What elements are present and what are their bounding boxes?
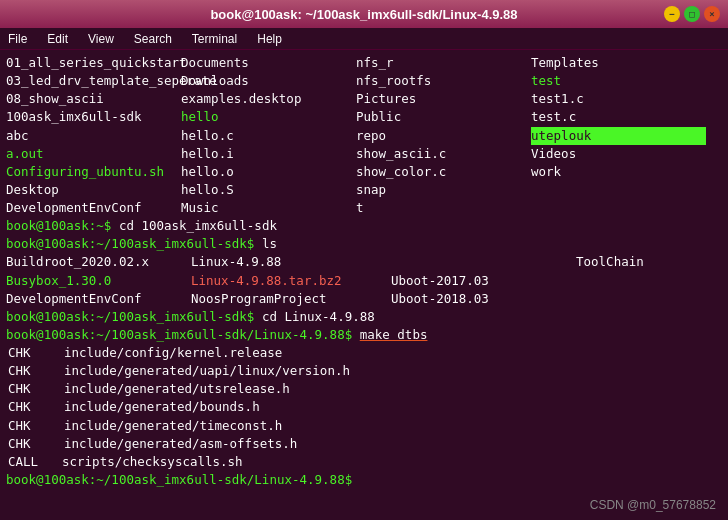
ls2-item: Busybox_1.30.0 bbox=[6, 272, 191, 290]
ls-item: hello bbox=[181, 108, 356, 126]
ls-item: Desktop bbox=[6, 181, 181, 199]
ls-item: Music bbox=[181, 199, 356, 217]
ls-item: Documents bbox=[181, 54, 356, 72]
maximize-button[interactable]: □ bbox=[684, 6, 700, 22]
ls-item: test1.c bbox=[531, 90, 706, 108]
menu-help[interactable]: Help bbox=[253, 30, 286, 48]
ls-item: Pictures bbox=[356, 90, 531, 108]
ls-item: a.out bbox=[6, 145, 181, 163]
ls-item: hello.S bbox=[181, 181, 356, 199]
ls-item: abc bbox=[6, 127, 181, 145]
ls-item: hello.i bbox=[181, 145, 356, 163]
ls2-item: DevelopmentEnvConf bbox=[6, 290, 191, 308]
ls2-item: Uboot-2018.03 bbox=[391, 290, 576, 308]
ls-item: hello.c bbox=[181, 127, 356, 145]
command-line-4: book@100ask:~/100ask_imx6ull-sdk/Linux-4… bbox=[6, 326, 722, 344]
ls-output-grid: 01_all_series_quickstart Documents nfs_r… bbox=[6, 54, 722, 217]
ls-item: 01_all_series_quickstart bbox=[6, 54, 181, 72]
command-line-1: book@100ask:~$ cd 100ask_imx6ull-sdk bbox=[6, 217, 722, 235]
command-text: cd Linux-4.9.88 bbox=[262, 309, 375, 324]
final-prompt-line: book@100ask:~/100ask_imx6ull-sdk/Linux-4… bbox=[6, 471, 722, 489]
command-text: cd 100ask_imx6ull-sdk bbox=[119, 218, 277, 233]
menu-bar: File Edit View Search Terminal Help bbox=[0, 28, 728, 50]
command-text: make dtbs bbox=[360, 327, 428, 342]
ls-item: Templates bbox=[531, 54, 706, 72]
final-prompt: book@100ask:~/100ask_imx6ull-sdk/Linux-4… bbox=[6, 472, 352, 487]
ls2-item: NoosProgramProject bbox=[191, 290, 391, 308]
menu-terminal[interactable]: Terminal bbox=[188, 30, 241, 48]
ls-item: test bbox=[531, 72, 706, 90]
chk-line-3: CHK include/generated/utsrelease.h bbox=[6, 380, 722, 398]
ls-item: Public bbox=[356, 108, 531, 126]
ls-item: show_ascii.c bbox=[356, 145, 531, 163]
terminal-content[interactable]: 01_all_series_quickstart Documents nfs_r… bbox=[0, 50, 728, 520]
chk-line-7: CALL scripts/checksyscalls.sh bbox=[6, 453, 722, 471]
ls-item: test.c bbox=[531, 108, 706, 126]
ls-item: Downloads bbox=[181, 72, 356, 90]
ls-item: hello.o bbox=[181, 163, 356, 181]
menu-search[interactable]: Search bbox=[130, 30, 176, 48]
ls-item bbox=[531, 181, 706, 199]
chk-line-4: CHK include/generated/bounds.h bbox=[6, 398, 722, 416]
ls-item: DevelopmentEnvConf bbox=[6, 199, 181, 217]
ls-item bbox=[531, 199, 706, 217]
ls2-item bbox=[391, 253, 576, 271]
ls-item: Configuring_ubuntu.sh bbox=[6, 163, 181, 181]
ls-item: work bbox=[531, 163, 706, 181]
close-button[interactable]: × bbox=[704, 6, 720, 22]
ls2-item: Linux-4.9.88 bbox=[191, 253, 391, 271]
ls2-item bbox=[576, 290, 728, 308]
ls2-item: Buildroot_2020.02.x bbox=[6, 253, 191, 271]
ls-item: 03_led_drv_template_seperate bbox=[6, 72, 181, 90]
ls-item: nfs_r bbox=[356, 54, 531, 72]
prompt: book@100ask:~/100ask_imx6ull-sdk$ bbox=[6, 309, 262, 324]
title-bar: book@100ask: ~/100ask_imx6ull-sdk/Linux-… bbox=[0, 0, 728, 28]
ls2-item: Uboot-2017.03 bbox=[391, 272, 576, 290]
command-text: ls bbox=[262, 236, 277, 251]
ls-item: examples.desktop bbox=[181, 90, 356, 108]
prompt: book@100ask:~/100ask_imx6ull-sdk/Linux-4… bbox=[6, 327, 360, 342]
menu-view[interactable]: View bbox=[84, 30, 118, 48]
chk-line-2: CHK include/generated/uapi/linux/version… bbox=[6, 362, 722, 380]
ls2-item bbox=[576, 272, 728, 290]
minimize-button[interactable]: − bbox=[664, 6, 680, 22]
command-line-3: book@100ask:~/100ask_imx6ull-sdk$ cd Lin… bbox=[6, 308, 722, 326]
chk-line-6: CHK include/generated/asm-offsets.h bbox=[6, 435, 722, 453]
ls-item: t bbox=[356, 199, 531, 217]
ls2-item: ToolChain bbox=[576, 253, 728, 271]
ls-item: snap bbox=[356, 181, 531, 199]
ls2-item: Linux-4.9.88.tar.bz2 bbox=[191, 272, 391, 290]
ls2-output-grid: Buildroot_2020.02.x Linux-4.9.88 ToolCha… bbox=[6, 253, 722, 307]
ls-item: show_color.c bbox=[356, 163, 531, 181]
window-controls: − □ × bbox=[664, 6, 720, 22]
menu-file[interactable]: File bbox=[4, 30, 31, 48]
window-title: book@100ask: ~/100ask_imx6ull-sdk/Linux-… bbox=[210, 7, 517, 22]
ls-item: uteplouk bbox=[531, 127, 706, 145]
watermark: CSDN @m0_57678852 bbox=[590, 498, 716, 512]
prompt: book@100ask:~/100ask_imx6ull-sdk$ bbox=[6, 236, 262, 251]
ls-item: nfs_rootfs bbox=[356, 72, 531, 90]
ls-item: 08_show_ascii bbox=[6, 90, 181, 108]
ls-item: repo bbox=[356, 127, 531, 145]
ls-item: Videos bbox=[531, 145, 706, 163]
chk-line-1: CHK include/config/kernel.release bbox=[6, 344, 722, 362]
ls-item: 100ask_imx6ull-sdk bbox=[6, 108, 181, 126]
prompt: book@100ask:~$ bbox=[6, 218, 119, 233]
command-line-2: book@100ask:~/100ask_imx6ull-sdk$ ls bbox=[6, 235, 722, 253]
chk-line-5: CHK include/generated/timeconst.h bbox=[6, 417, 722, 435]
menu-edit[interactable]: Edit bbox=[43, 30, 72, 48]
